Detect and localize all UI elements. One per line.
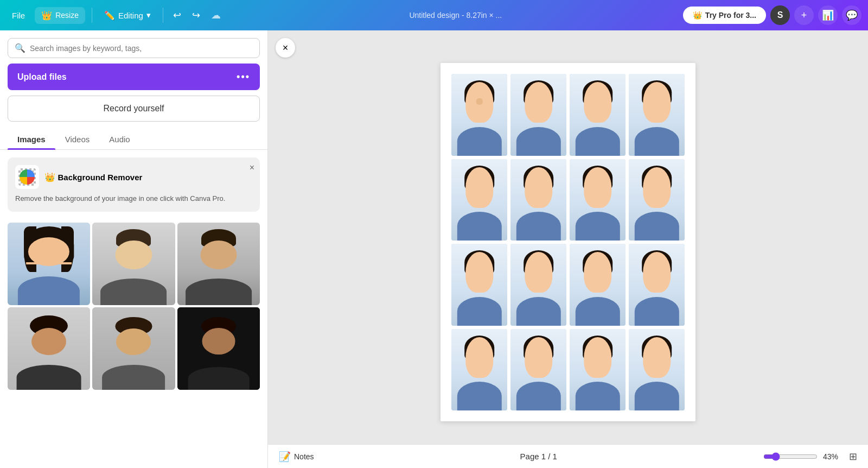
list-item[interactable] <box>8 223 90 305</box>
photo-cell <box>510 244 566 326</box>
photo-cell <box>510 74 566 156</box>
zoom-area: 43% ⊞ <box>763 451 857 463</box>
sidebar: 🔍 Upload files ••• Record yourself Image… <box>0 30 268 468</box>
main-layout: 🔍 Upload files ••• Record yourself Image… <box>0 30 868 468</box>
upload-files-button[interactable]: Upload files ••• <box>8 64 260 90</box>
bg-remover-close-button[interactable]: × <box>250 163 254 173</box>
passport-photo <box>451 244 507 326</box>
photo-cell <box>629 74 685 156</box>
zoom-slider[interactable] <box>763 452 818 461</box>
tab-audio-label: Audio <box>109 135 130 144</box>
photo-cell <box>570 74 626 156</box>
photo-cell <box>570 329 626 411</box>
upload-label: Upload files <box>17 72 67 82</box>
notes-label: Notes <box>294 452 314 461</box>
grid-view-button[interactable]: ⊞ <box>849 451 857 463</box>
bottom-bar: 📝 Notes Page 1 / 1 43% ⊞ <box>268 444 868 468</box>
chat-button[interactable]: 💬 <box>842 5 861 25</box>
passport-photo <box>510 329 566 411</box>
passport-photo <box>629 74 685 156</box>
analytics-button[interactable]: 📊 <box>818 5 838 25</box>
passport-photo <box>451 329 507 411</box>
tab-videos[interactable]: Videos <box>55 129 100 149</box>
thumbnail-grid <box>0 217 267 396</box>
passport-photo <box>570 159 626 241</box>
close-canvas-button[interactable]: × <box>276 38 295 58</box>
more-options-icon: ••• <box>237 71 250 83</box>
bg-card-title-area: 👑 Background Remover <box>44 172 142 182</box>
passport-photo <box>570 244 626 326</box>
search-input[interactable] <box>30 44 253 53</box>
redo-button[interactable]: ↪ <box>189 6 203 24</box>
photo-cell <box>629 244 685 326</box>
passport-photo <box>629 329 685 411</box>
tab-audio[interactable]: Audio <box>99 129 139 149</box>
bg-card-header: 👑 Background Remover <box>15 165 252 189</box>
undo-button[interactable]: ↩ <box>170 6 184 24</box>
photo-cell <box>451 74 507 156</box>
list-item[interactable] <box>92 223 175 305</box>
search-bar[interactable]: 🔍 <box>8 38 260 58</box>
bg-remover-icon <box>15 165 39 189</box>
passport-photo <box>451 74 507 156</box>
passport-photo <box>570 329 626 411</box>
list-item[interactable] <box>8 307 90 390</box>
avatar[interactable]: S <box>770 5 790 25</box>
media-tabs: Images Videos Audio <box>0 129 267 150</box>
record-yourself-button[interactable]: Record yourself <box>8 96 260 122</box>
tab-videos-label: Videos <box>65 135 90 144</box>
zoom-percentage: 43% <box>823 452 838 461</box>
notes-button[interactable]: 📝 Notes <box>279 451 314 463</box>
try-pro-button[interactable]: 👑 Try Pro for 3... <box>683 7 766 24</box>
passport-photo <box>451 159 507 241</box>
divider2 <box>163 8 163 23</box>
resize-label: Resize <box>55 11 79 20</box>
passport-photo <box>570 74 626 156</box>
try-pro-label: Try Pro for 3... <box>705 11 756 20</box>
media-thumbnails-area <box>0 217 267 469</box>
canvas-area: × <box>268 30 868 468</box>
file-menu[interactable]: File <box>7 8 30 23</box>
passport-photo <box>510 244 566 326</box>
chat-icon: 💬 <box>846 9 858 21</box>
topbar-right: S + 📊 💬 <box>770 5 861 25</box>
photo-cell <box>570 159 626 241</box>
tab-images-label: Images <box>17 135 46 144</box>
close-icon: × <box>283 42 289 54</box>
divider <box>92 8 92 23</box>
list-item[interactable] <box>92 307 175 390</box>
tab-images[interactable]: Images <box>8 129 55 149</box>
cloud-save-icon: ☁ <box>208 6 224 24</box>
pencil-icon: ✏️ <box>104 10 115 21</box>
search-icon: 🔍 <box>15 43 25 53</box>
photo-cell <box>629 159 685 241</box>
bg-remover-card: × 👑 Background Remover Remove the backgr… <box>8 157 260 212</box>
list-item[interactable] <box>177 223 260 305</box>
passport-photo <box>510 159 566 241</box>
notes-icon: 📝 <box>279 451 291 463</box>
editing-dropdown[interactable]: ✏️ Editing ▾ <box>99 7 156 24</box>
list-item[interactable] <box>177 307 260 390</box>
page-info: Page 1 / 1 <box>314 452 763 461</box>
design-canvas[interactable] <box>441 63 695 421</box>
topbar-center: Untitled design - 8.27in × ... <box>233 11 679 20</box>
photo-cell <box>629 329 685 411</box>
photo-cell <box>510 159 566 241</box>
add-button[interactable]: + <box>794 5 814 25</box>
bg-remover-description: Remove the background of your image in o… <box>15 193 252 204</box>
photo-cell <box>451 329 507 411</box>
photo-cell <box>510 329 566 411</box>
design-title[interactable]: Untitled design - 8.27in × ... <box>409 11 502 20</box>
crown-pro-icon: 👑 <box>693 11 702 20</box>
photo-cell <box>451 159 507 241</box>
passport-photo <box>510 74 566 156</box>
crown-icon: 👑 <box>41 10 52 21</box>
resize-button[interactable]: 👑 Resize <box>35 7 85 24</box>
photo-cell <box>451 244 507 326</box>
avatar-letter: S <box>777 10 783 20</box>
chevron-down-icon: ▾ <box>146 10 151 20</box>
record-label: Record yourself <box>103 104 164 113</box>
passport-photo <box>629 244 685 326</box>
chart-icon: 📊 <box>822 9 834 21</box>
bg-remover-title: Background Remover <box>58 173 142 182</box>
